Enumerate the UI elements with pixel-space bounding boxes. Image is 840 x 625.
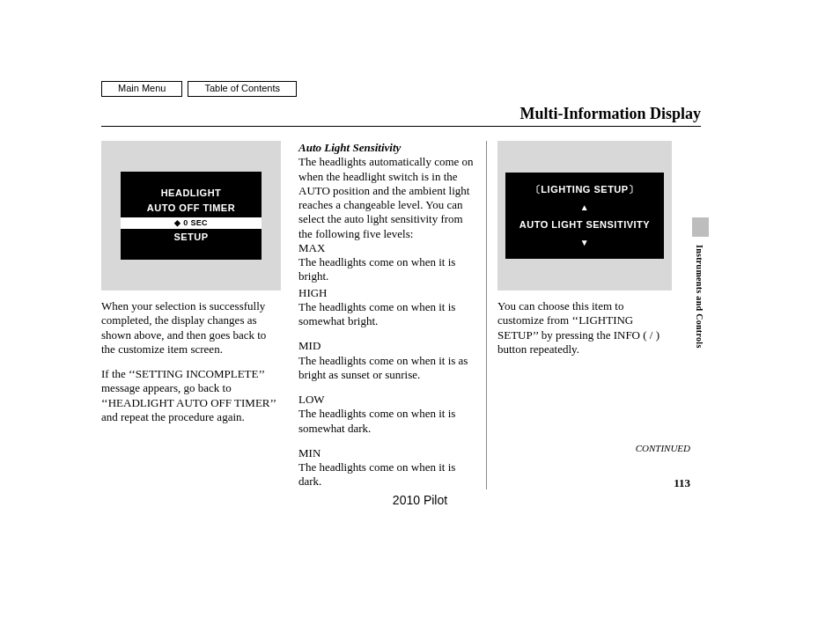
col2-low-t: The headlights come on when it is somewh… [298, 407, 455, 434]
col2-mid-h: MID [298, 339, 321, 352]
toc-button[interactable]: Table of Contents [188, 81, 297, 97]
col2-low-h: LOW [298, 393, 325, 406]
lcd2-title: 〔LIGHTING SETUP〕 [531, 184, 638, 196]
lcd-illustration-2: 〔LIGHTING SETUP〕 ▲ AUTO LIGHT SENSITIVIT… [497, 141, 672, 290]
col2-title: Auto Light Sensitivity [298, 141, 401, 154]
col2-high-h: HIGH [298, 286, 328, 299]
col2-max-h: MAX [298, 241, 325, 254]
lcd1-value: ◆ 0 SEC [121, 217, 262, 229]
col2-mid-t: The headlights come on when it is as bri… [298, 354, 468, 381]
lcd-illustration-1: HEADLIGHT AUTO OFF TIMER ◆ 0 SEC SETUP [101, 141, 281, 290]
col2-max-t: The headlights come on when it is bright… [298, 255, 455, 283]
col3-para1: You can choose this item to customize fr… [497, 299, 672, 357]
down-arrow-icon: ▼ [580, 239, 589, 247]
page-number: 113 [674, 476, 690, 490]
lcd2-label: AUTO LIGHT SENSITIVITY [519, 219, 650, 232]
lcd1-line2: AUTO OFF TIMER [147, 202, 235, 215]
col1-para1: When your selection is successfully comp… [101, 299, 281, 357]
col2-min-h: MIN [298, 446, 321, 460]
page-title: Multi-Information Display [101, 104, 701, 127]
lcd1-line1: HEADLIGHT [161, 188, 222, 200]
section-label: Instruments and Controls [694, 245, 705, 349]
col2-min-t: The headlights come on when it is dark. [298, 460, 455, 488]
col2-intro: The headlights automatically come on whe… [298, 155, 474, 239]
col1-para2: If the ‘‘SETTING INCOMPLETE’’ message ap… [101, 367, 281, 424]
main-menu-button[interactable]: Main Menu [101, 81, 182, 97]
col2-high-t: The headlights come on when it is somewh… [298, 300, 455, 327]
up-arrow-icon: ▲ [580, 203, 589, 212]
model-year: 2010 Pilot [0, 493, 840, 509]
continued-label: CONTINUED [636, 443, 690, 455]
lcd1-line3: SETUP [173, 232, 208, 244]
side-tab [692, 217, 709, 237]
